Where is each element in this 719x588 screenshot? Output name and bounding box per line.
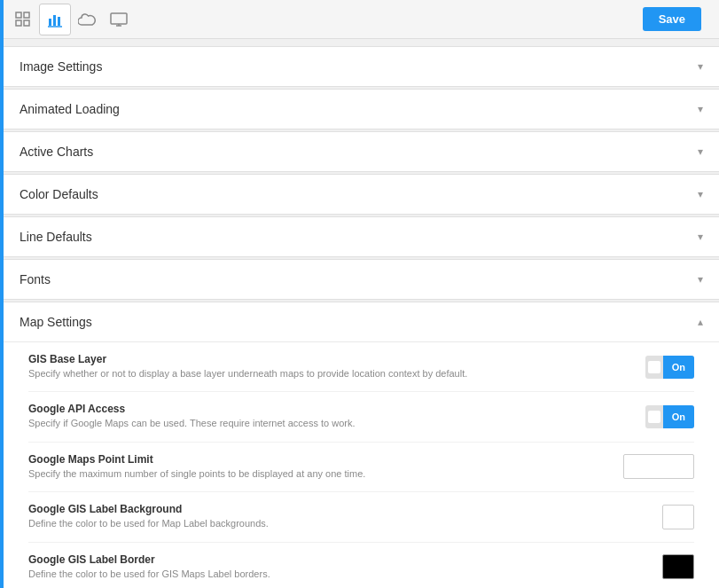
blue-left-bar [0,0,4,588]
section-header-map-settings[interactable]: Map Settings ▴ [4,302,719,341]
section-title-color-defaults: Color Defaults [20,187,98,201]
svg-rect-5 [53,15,56,26]
setting-info-gis-label-border: Google GIS Label Border Define the color… [28,553,662,581]
section-image-settings: Image Settings ▾ [4,46,719,87]
setting-row-google-api: Google API Access Specify if Google Maps… [28,392,694,442]
maps-point-limit-desc: Specify the maximum number of single poi… [28,467,606,481]
section-title-fonts: Fonts [20,272,51,286]
gis-label-bg-desc: Define the color to be used for Map Labe… [28,517,645,530]
chevron-animated-loading: ▾ [698,103,703,115]
gis-base-layer-label: GIS Base Layer [28,353,628,365]
gis-label-border-label: Google GIS Label Border [28,553,645,566]
gis-label-bg-swatch[interactable] [662,505,694,529]
svg-rect-2 [16,20,21,26]
page-wrapper: Save Image Settings ▾ Animated Loading ▾… [0,0,719,588]
section-color-defaults: Color Defaults ▾ [4,174,719,215]
section-map-settings: Map Settings ▴ GIS Base Layer Specify wh… [4,302,719,588]
section-active-charts: Active Charts ▾ [4,131,719,172]
toggle-indicator-gis [648,361,660,373]
cloud-icon[interactable] [71,4,103,35]
toggle-on-label-google-api: On [663,405,694,428]
svg-rect-0 [16,12,21,18]
chevron-fonts: ▾ [698,273,703,286]
section-title-active-charts: Active Charts [20,145,93,159]
main-content: Image Settings ▾ Animated Loading ▾ Acti… [4,39,719,588]
section-animated-loading: Animated Loading ▾ [4,89,719,129]
setting-info-maps-point-limit: Google Maps Point Limit Specify the maxi… [28,453,623,481]
setting-info-google-api: Google API Access Specify if Google Maps… [28,403,645,430]
gis-base-layer-desc: Specify whether or not to display a base… [28,367,628,380]
setting-row-maps-point-limit: Google Maps Point Limit Specify the maxi… [28,443,694,492]
maps-point-limit-input[interactable] [623,454,694,479]
google-api-toggle[interactable]: On [645,405,694,428]
section-title-line-defaults: Line Defaults [20,230,92,244]
google-api-desc: Specify if Google Maps can be used. Thes… [28,417,628,430]
map-settings-body: GIS Base Layer Specify whether or not to… [4,341,719,588]
chevron-map-settings: ▴ [698,316,703,328]
setting-row-gis-label-bg: Google GIS Label Background Define the c… [28,492,694,542]
maps-point-limit-label: Google Maps Point Limit [28,453,606,466]
gis-label-border-desc: Define the color to be used for GIS Maps… [28,568,645,581]
setting-info-gis-label-bg: Google GIS Label Background Define the c… [28,503,662,530]
grid-icon[interactable] [7,4,39,35]
chevron-image-settings: ▾ [698,60,703,73]
section-header-color-defaults[interactable]: Color Defaults ▾ [4,175,719,214]
setting-row-gis-base-layer: GIS Base Layer Specify whether or not to… [28,342,694,392]
gis-label-bg-label: Google GIS Label Background [28,503,645,515]
chevron-active-charts: ▾ [698,145,703,158]
section-title-image-settings: Image Settings [20,59,102,74]
chevron-color-defaults: ▾ [698,188,703,200]
section-fonts: Fonts ▾ [4,259,719,300]
toolbar [0,0,719,39]
setting-row-gis-label-border: Google GIS Label Border Define the color… [28,543,694,588]
toggle-indicator-google-api [648,411,660,423]
svg-rect-4 [49,19,51,26]
setting-info-gis-base-layer: GIS Base Layer Specify whether or not to… [28,353,645,380]
svg-rect-6 [58,17,60,26]
section-header-fonts[interactable]: Fonts ▾ [4,260,719,299]
svg-rect-1 [24,12,29,18]
toggle-on-label-gis: On [663,356,694,379]
section-line-defaults: Line Defaults ▾ [4,216,719,257]
monitor-icon[interactable] [103,4,135,35]
gis-base-layer-toggle[interactable]: On [645,356,694,379]
section-header-image-settings[interactable]: Image Settings ▾ [4,47,719,86]
gis-label-border-swatch[interactable] [662,554,694,579]
section-header-active-charts[interactable]: Active Charts ▾ [4,132,719,171]
chart-icon[interactable] [39,4,71,35]
google-api-label: Google API Access [28,403,628,415]
svg-rect-3 [24,20,29,26]
svg-rect-8 [111,13,127,24]
chevron-line-defaults: ▾ [698,231,703,243]
section-header-line-defaults[interactable]: Line Defaults ▾ [4,217,719,256]
section-header-animated-loading[interactable]: Animated Loading ▾ [4,90,719,129]
save-button[interactable]: Save [643,7,701,31]
section-title-animated-loading: Animated Loading [20,102,120,116]
section-title-map-settings: Map Settings [20,315,92,329]
